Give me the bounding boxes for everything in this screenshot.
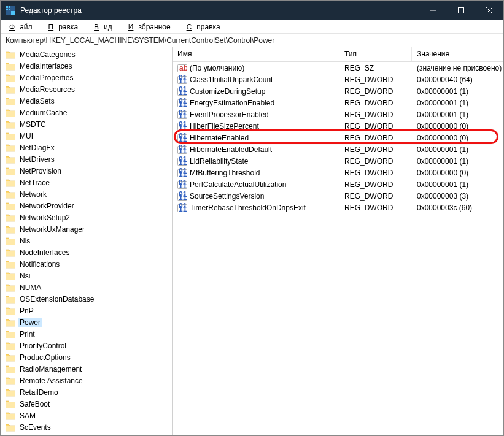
svg-rect-5 bbox=[11, 11, 15, 15]
tree-item[interactable]: MediaProperties bbox=[1, 72, 172, 83]
tree-label: SafeBoot bbox=[18, 399, 52, 409]
tree-label: MediaCategories bbox=[18, 50, 77, 59]
list-row[interactable]: HiberFileSizePercentREG_DWORD0x00000000 … bbox=[173, 120, 503, 132]
tree-item[interactable]: NetDiagFx bbox=[1, 142, 172, 153]
list-row[interactable]: LidReliabilityStateREG_DWORD0x00000001 (… bbox=[173, 155, 503, 167]
list-row[interactable]: MfBufferingThresholdREG_DWORD0x00000000 … bbox=[173, 167, 503, 178]
list-row[interactable]: EventProcessorEnabledREG_DWORD0x00000001… bbox=[173, 109, 503, 120]
folder-icon bbox=[6, 97, 15, 105]
tree-item[interactable]: MediaCategories bbox=[1, 48, 172, 60]
tree-item[interactable]: RetailDemo bbox=[1, 386, 172, 398]
svg-rect-1 bbox=[6, 6, 8, 8]
column-value[interactable]: Значение bbox=[412, 47, 503, 61]
value-name: EventProcessorEnabled bbox=[190, 110, 269, 119]
tree-item[interactable]: Power bbox=[1, 316, 172, 328]
tree-label: NetProvision bbox=[18, 166, 63, 176]
tree-item[interactable]: RadioManagement bbox=[1, 363, 172, 375]
tree-item[interactable]: Network bbox=[1, 188, 172, 200]
tree-item[interactable]: MediaSets bbox=[1, 95, 172, 107]
value-name: SourceSettingsVersion bbox=[190, 192, 264, 201]
tree-item[interactable]: MUI bbox=[1, 130, 172, 142]
tree-label: NodeInterfaces bbox=[18, 248, 71, 258]
close-button[interactable] bbox=[475, 1, 503, 20]
tree-item[interactable]: MediumCache bbox=[1, 107, 172, 118]
folder-icon bbox=[6, 295, 15, 304]
menu-edit[interactable]: Правка bbox=[44, 21, 88, 33]
tree-item[interactable]: Nls bbox=[1, 235, 172, 247]
folder-icon bbox=[6, 178, 15, 187]
tree-label: PriorityControl bbox=[18, 341, 68, 351]
folder-icon bbox=[6, 318, 15, 327]
tree-item[interactable]: SafeBoot bbox=[1, 398, 172, 410]
list-row[interactable]: HibernateEnabledREG_DWORD0x00000000 (0) bbox=[173, 132, 503, 143]
tree-item[interactable]: NetworkUxManager bbox=[1, 223, 172, 235]
menu-favorites[interactable]: Избранное bbox=[123, 21, 180, 33]
folder-icon bbox=[6, 225, 15, 234]
tree-item[interactable]: NUMA bbox=[1, 281, 172, 293]
value-type: REG_DWORD bbox=[339, 145, 412, 154]
tree-label: MediaSets bbox=[18, 96, 56, 106]
binary-icon bbox=[177, 203, 187, 213]
list-body[interactable]: (По умолчанию)REG_SZ(значение не присвое… bbox=[173, 62, 503, 435]
tree-item[interactable]: NodeInterfaces bbox=[1, 247, 172, 258]
tree-item[interactable]: NetworkProvider bbox=[1, 200, 172, 212]
value-type: REG_SZ bbox=[339, 64, 412, 72]
tree-item[interactable]: NetworkSetup2 bbox=[1, 212, 172, 223]
list-row[interactable]: CustomizeDuringSetupREG_DWORD0x00000001 … bbox=[173, 85, 503, 97]
maximize-button[interactable] bbox=[447, 1, 475, 20]
value-data: 0x00000001 (1) bbox=[412, 87, 503, 96]
binary-icon bbox=[177, 110, 187, 120]
tree-item[interactable]: MediaResources bbox=[1, 83, 172, 95]
folder-icon bbox=[6, 423, 15, 432]
folder-icon bbox=[6, 62, 15, 71]
tree-item[interactable]: OSExtensionDatabase bbox=[1, 293, 172, 305]
value-data: 0x00000000 (0) bbox=[412, 122, 503, 131]
tree-label: RadioManagement bbox=[18, 364, 83, 374]
tree-item[interactable]: Notifications bbox=[1, 258, 172, 270]
list-row[interactable]: PerfCalculateActualUtilizationREG_DWORD0… bbox=[173, 178, 503, 190]
tree-item[interactable]: PnP bbox=[1, 305, 172, 316]
column-name[interactable]: Имя bbox=[173, 47, 339, 61]
list-row[interactable]: TimerRebaseThresholdOnDripsExitREG_DWORD… bbox=[173, 202, 503, 213]
svg-rect-3 bbox=[6, 9, 8, 10]
list-row[interactable]: SourceSettingsVersionREG_DWORD0x00000003… bbox=[173, 190, 503, 202]
value-data: 0x00000001 (1) bbox=[412, 157, 503, 166]
folder-icon bbox=[6, 330, 15, 338]
tree-item[interactable]: NetProvision bbox=[1, 165, 172, 177]
folder-icon bbox=[6, 248, 15, 257]
folder-icon bbox=[6, 213, 15, 222]
folder-icon bbox=[6, 237, 15, 245]
tree-item[interactable]: NetTrace bbox=[1, 177, 172, 188]
binary-icon bbox=[177, 75, 187, 85]
menu-help[interactable]: Справка bbox=[182, 21, 230, 33]
menu-view[interactable]: Вид bbox=[89, 21, 122, 33]
list-row[interactable]: EnergyEstimationEnabledREG_DWORD0x000000… bbox=[173, 97, 503, 109]
app-icon bbox=[6, 6, 15, 15]
list-panel: Имя Тип Значение (По умолчанию)REG_SZ(зн… bbox=[173, 47, 503, 435]
menu-file[interactable]: Файл bbox=[4, 21, 42, 33]
column-type[interactable]: Тип bbox=[339, 47, 412, 61]
titlebar: Редактор реестра bbox=[1, 1, 503, 20]
tree-item[interactable]: ScEvents bbox=[1, 421, 172, 433]
tree-item[interactable]: ProductOptions bbox=[1, 351, 172, 363]
tree-item[interactable]: PriorityControl bbox=[1, 340, 172, 351]
tree-item[interactable]: Nsi bbox=[1, 270, 172, 281]
tree-label: PnP bbox=[18, 306, 36, 316]
tree-item[interactable]: MSDTC bbox=[1, 118, 172, 130]
list-row[interactable]: HibernateEnabledDefaultREG_DWORD0x000000… bbox=[173, 143, 503, 155]
list-row[interactable]: Class1InitialUnparkCountREG_DWORD0x00000… bbox=[173, 74, 503, 85]
tree-panel[interactable]: MediaCategoriesMediaInterfacesMediaPrope… bbox=[1, 47, 173, 435]
tree-label: NetworkUxManager bbox=[18, 224, 87, 234]
tree-item[interactable]: Print bbox=[1, 328, 172, 340]
value-name: Class1InitialUnparkCount bbox=[190, 75, 273, 84]
tree-item[interactable]: MediaInterfaces bbox=[1, 60, 172, 72]
tree-item[interactable]: Remote Assistance bbox=[1, 375, 172, 386]
tree-item[interactable]: SAM bbox=[1, 410, 172, 421]
tree-item[interactable]: NetDrivers bbox=[1, 153, 172, 165]
folder-icon bbox=[6, 190, 15, 199]
address-bar[interactable]: Компьютер\HKEY_LOCAL_MACHINE\SYSTEM\Curr… bbox=[1, 34, 503, 47]
minimize-button[interactable] bbox=[419, 1, 447, 20]
list-row[interactable]: (По умолчанию)REG_SZ(значение не присвое… bbox=[173, 62, 503, 74]
folder-icon bbox=[6, 260, 15, 269]
value-type: REG_DWORD bbox=[339, 134, 412, 142]
